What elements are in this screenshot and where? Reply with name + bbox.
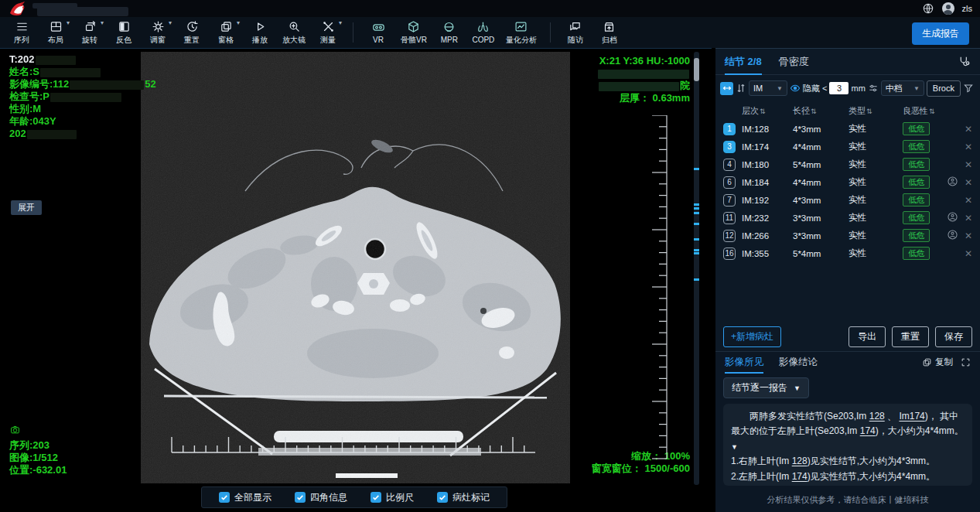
image-index: 图像:1/512 <box>9 452 67 464</box>
cell-size: 3*3mm <box>793 231 849 241</box>
toolbar-magnifier-button[interactable]: 放大镜 <box>277 17 311 48</box>
ct-viewport[interactable]: T:202姓名:S影像编号:11252检查号:P性别:M年龄:043Y202 X… <box>0 48 712 512</box>
table-row[interactable]: 6IM:1844*4mm实性低危✕ <box>715 173 980 191</box>
image-link[interactable]: 128 <box>792 456 808 466</box>
report-text-segment: 2.左肺上叶(Im <box>731 471 792 482</box>
image-link[interactable]: Im174 <box>899 411 924 422</box>
toolbar-vr-button[interactable]: VR <box>361 17 395 48</box>
report-text-segment: )，大小约为4*4mm。 <box>876 425 964 436</box>
table-row[interactable]: 4IM:1805*4mm实性低危✕ <box>715 155 980 173</box>
table-row[interactable]: 3IM:1744*4mm实性低危✕ <box>715 138 980 155</box>
ct-image[interactable] <box>141 52 570 483</box>
expand-button[interactable]: 展开 <box>11 200 42 215</box>
toolbar-window-button[interactable]: ▾调窗 <box>141 17 175 48</box>
copy-button[interactable]: 复制 <box>922 357 953 368</box>
sort-icon[interactable] <box>736 83 746 94</box>
image-link[interactable]: 128 <box>869 411 885 422</box>
generate-report-button[interactable]: 生成报告 <box>912 22 969 45</box>
delete-nodule-button[interactable]: ✕ <box>961 230 975 241</box>
toolbar-reset-button[interactable]: 重置 <box>175 17 209 48</box>
cell-size: 4*4mm <box>793 178 849 187</box>
hide-threshold-input[interactable] <box>829 82 849 94</box>
toolbar-bone-vr-button[interactable]: 骨骼VR <box>395 17 432 48</box>
header-type[interactable]: 类型⇅ <box>849 105 903 117</box>
image-link[interactable]: 174 <box>792 471 808 482</box>
series-info-overlay: 序列:203 图像:1/512 位置:-632.01 <box>9 425 67 476</box>
delete-nodule-button[interactable]: ✕ <box>961 248 975 259</box>
nodule-position-mark <box>694 223 699 225</box>
chevron-down-icon: ▾ <box>67 19 70 26</box>
cell-size: 5*4mm <box>793 249 849 258</box>
sliders-icon[interactable] <box>868 83 879 94</box>
toolbar-archive-button[interactable]: 归档 <box>592 17 627 48</box>
cursor-info-overlay: X:21 Y:36 HU:-1000院层厚： 0.63mm <box>597 55 690 104</box>
nodule-table-header: 层次⇅ 长径⇅ 类型⇅ 良恶性⇅ <box>715 101 980 120</box>
toolbar-measure-button[interactable]: ▾测量 <box>311 17 345 48</box>
tab-imaging-conclusion[interactable]: 影像结论 <box>779 352 818 374</box>
table-row[interactable]: 1IM:1284*3mm实性低危✕ <box>715 120 980 138</box>
display-option-checkbox[interactable]: 病灶标记 <box>437 491 490 504</box>
toolbar-quant-button[interactable]: 量化分析 <box>500 17 542 48</box>
delete-nodule-button[interactable]: ✕ <box>961 177 975 188</box>
add-lesion-button[interactable]: +新增病灶 <box>723 326 781 347</box>
delete-nodule-button[interactable]: ✕ <box>961 159 975 170</box>
tab-bone-density[interactable]: 骨密度 <box>779 49 809 75</box>
toolbar-sequence-button[interactable]: 序列 <box>5 17 39 48</box>
table-row[interactable]: 16IM:3555*4mm实性低危✕ <box>715 244 980 262</box>
display-option-checkbox[interactable]: 四角信息 <box>295 491 347 504</box>
display-option-checkbox[interactable]: 全部显示 <box>219 491 271 504</box>
delete-nodule-button[interactable]: ✕ <box>961 124 975 135</box>
toolbar-pane-button[interactable]: ▾窗格 <box>209 17 243 48</box>
followup-icon <box>569 20 582 33</box>
cursor-info-line: 层厚： 0.63mm <box>597 92 690 104</box>
table-row[interactable]: 7IM:1924*3mm实性低危✕ <box>715 191 980 209</box>
expand-corners-icon[interactable] <box>961 357 971 367</box>
tab-nodules[interactable]: 结节 2/8 <box>725 49 762 75</box>
stethoscope-icon[interactable] <box>958 55 971 68</box>
layer-sort-dropdown[interactable]: IM▼ <box>749 80 787 96</box>
camera-icon[interactable] <box>9 425 21 435</box>
header-size[interactable]: 长径⇅ <box>793 105 849 117</box>
toolbar-copd-button[interactable]: COPD <box>466 17 500 48</box>
patient-info-line: 202 <box>9 128 156 140</box>
slice-scrollbar[interactable] <box>694 52 699 485</box>
delete-nodule-button[interactable]: ✕ <box>961 142 975 152</box>
reset-button[interactable]: 重置 <box>892 326 929 347</box>
table-row[interactable]: 12IM:2663*3mm实性低危✕ <box>715 227 980 244</box>
delete-nodule-button[interactable]: ✕ <box>961 213 975 224</box>
table-row[interactable]: 11IM:2323*3mm实性低危✕ <box>715 209 980 227</box>
header-layer[interactable]: 层次⇅ <box>742 105 793 117</box>
eye-icon[interactable] <box>790 83 801 94</box>
image-link[interactable]: 174 <box>860 425 876 436</box>
link-toggle[interactable] <box>720 82 733 95</box>
scrollbar-thumb[interactable] <box>694 58 699 81</box>
report-mode-dropdown[interactable]: 结节逐一报告 ▼ <box>723 377 809 398</box>
patient-info-text: 年龄:043Y <box>9 115 56 127</box>
cell-type: 实性 <box>849 141 903 152</box>
export-button[interactable]: 导出 <box>849 326 886 347</box>
filter-funnel-icon[interactable] <box>963 83 974 94</box>
checkbox-label: 全部显示 <box>234 491 271 504</box>
patient-info-text: T:202 <box>9 53 35 65</box>
toolbar-followup-button[interactable]: 随访 <box>558 17 592 48</box>
brock-button[interactable]: Brock <box>927 80 961 97</box>
toolbar-play-button[interactable]: 播放 <box>243 17 277 48</box>
panel-tabs: 结节 2/8 骨密度 <box>715 49 980 75</box>
chevron-down-icon: ▼ <box>777 85 783 92</box>
toolbar-mpr-button[interactable]: MPR <box>432 17 466 48</box>
toolbar-layout-button[interactable]: ▾布局 <box>39 17 73 48</box>
collapse-toggle-icon[interactable]: ▼ <box>731 443 738 451</box>
globe-icon[interactable] <box>922 2 934 15</box>
toolbar-rotate-button[interactable]: ▾旋转 <box>73 17 107 48</box>
toolbar-invert-button[interactable]: 反色 <box>107 17 141 48</box>
cell-size: 4*3mm <box>793 125 849 134</box>
save-button[interactable]: 保存 <box>935 326 972 347</box>
report-text[interactable]: 两肺多发实性结节(Se203,Im 128 、 Im174)， 其中最大的位于左… <box>723 404 972 486</box>
user-avatar[interactable] <box>942 2 954 15</box>
risk-model-dropdown[interactable]: 中档▼ <box>881 80 924 96</box>
header-risk[interactable]: 良恶性⇅ <box>903 105 948 117</box>
cell-layer: IM:180 <box>742 160 793 169</box>
tab-imaging-findings[interactable]: 影像所见 <box>725 352 763 374</box>
display-option-checkbox[interactable]: 比例尺 <box>370 491 414 504</box>
delete-nodule-button[interactable]: ✕ <box>961 195 975 206</box>
